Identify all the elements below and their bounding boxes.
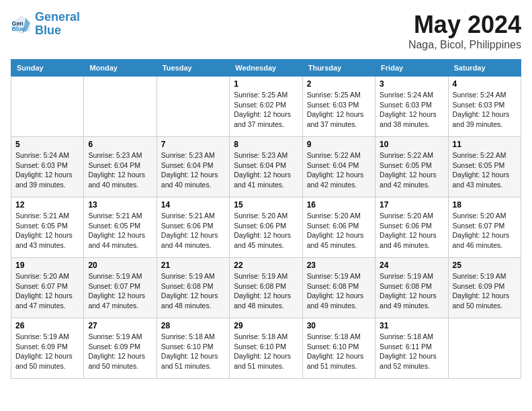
week-row-3: 12Sunrise: 5:21 AM Sunset: 6:05 PM Dayli…: [11, 197, 521, 258]
logo-text: GeneralBlue: [35, 11, 80, 38]
day-info: Sunrise: 5:18 AM Sunset: 6:10 PM Dayligh…: [161, 332, 225, 371]
day-number: 23: [307, 261, 371, 270]
day-number: 13: [88, 200, 152, 210]
day-number: 2: [307, 79, 371, 89]
day-info: Sunrise: 5:21 AM Sunset: 6:05 PM Dayligh…: [88, 211, 152, 250]
day-cell: 24Sunrise: 5:19 AM Sunset: 6:08 PM Dayli…: [375, 258, 448, 318]
day-number: 15: [234, 200, 298, 210]
day-cell: [448, 318, 521, 379]
day-number: 11: [453, 140, 517, 149]
svg-text:Blue: Blue: [12, 26, 25, 32]
day-info: Sunrise: 5:25 AM Sunset: 6:03 PM Dayligh…: [307, 90, 371, 130]
header-cell-sunday: Sunday: [11, 60, 84, 77]
day-number: 7: [161, 140, 225, 149]
subtitle: Naga, Bicol, Philippines: [408, 39, 521, 51]
day-number: 4: [453, 79, 517, 89]
day-number: 6: [88, 140, 152, 149]
day-cell: 7Sunrise: 5:23 AM Sunset: 6:04 PM Daylig…: [157, 137, 229, 197]
day-number: 30: [307, 321, 371, 330]
day-info: Sunrise: 5:19 AM Sunset: 6:07 PM Dayligh…: [88, 271, 152, 311]
day-cell: 23Sunrise: 5:19 AM Sunset: 6:08 PM Dayli…: [302, 258, 375, 318]
header-cell-thursday: Thursday: [302, 60, 375, 77]
day-info: Sunrise: 5:20 AM Sunset: 6:06 PM Dayligh…: [234, 211, 298, 250]
day-number: 16: [307, 200, 371, 210]
day-cell: 13Sunrise: 5:21 AM Sunset: 6:05 PM Dayli…: [84, 197, 157, 258]
day-cell: 26Sunrise: 5:19 AM Sunset: 6:09 PM Dayli…: [11, 318, 84, 379]
day-number: 8: [234, 140, 298, 149]
day-info: Sunrise: 5:22 AM Sunset: 6:05 PM Dayligh…: [453, 150, 517, 190]
day-cell: 25Sunrise: 5:19 AM Sunset: 6:09 PM Dayli…: [448, 258, 521, 318]
day-number: 9: [307, 140, 371, 149]
week-row-5: 26Sunrise: 5:19 AM Sunset: 6:09 PM Dayli…: [11, 318, 521, 379]
day-number: 3: [380, 79, 443, 89]
week-row-2: 5Sunrise: 5:24 AM Sunset: 6:03 PM Daylig…: [11, 137, 521, 197]
header-cell-monday: Monday: [84, 60, 157, 77]
calendar-table: SundayMondayTuesdayWednesdayThursdayFrid…: [11, 59, 521, 379]
week-row-1: 1Sunrise: 5:25 AM Sunset: 6:02 PM Daylig…: [11, 77, 521, 137]
day-cell: [157, 77, 229, 137]
day-cell: 20Sunrise: 5:19 AM Sunset: 6:07 PM Dayli…: [84, 258, 157, 318]
day-cell: 4Sunrise: 5:24 AM Sunset: 6:03 PM Daylig…: [448, 77, 521, 137]
day-cell: 2Sunrise: 5:25 AM Sunset: 6:03 PM Daylig…: [302, 77, 375, 137]
day-number: 26: [15, 321, 79, 330]
day-info: Sunrise: 5:22 AM Sunset: 6:04 PM Dayligh…: [307, 150, 371, 190]
day-info: Sunrise: 5:20 AM Sunset: 6:07 PM Dayligh…: [453, 211, 517, 250]
day-info: Sunrise: 5:18 AM Sunset: 6:10 PM Dayligh…: [307, 332, 371, 371]
day-number: 25: [453, 261, 517, 270]
day-info: Sunrise: 5:24 AM Sunset: 6:03 PM Dayligh…: [15, 150, 79, 190]
day-info: Sunrise: 5:24 AM Sunset: 6:03 PM Dayligh…: [453, 90, 517, 130]
day-cell: 16Sunrise: 5:20 AM Sunset: 6:06 PM Dayli…: [302, 197, 375, 258]
day-number: 29: [234, 321, 298, 330]
day-info: Sunrise: 5:19 AM Sunset: 6:09 PM Dayligh…: [88, 332, 152, 371]
day-cell: 22Sunrise: 5:19 AM Sunset: 6:08 PM Dayli…: [230, 258, 302, 318]
day-info: Sunrise: 5:23 AM Sunset: 6:04 PM Dayligh…: [88, 150, 152, 190]
day-cell: 29Sunrise: 5:18 AM Sunset: 6:10 PM Dayli…: [230, 318, 302, 379]
day-number: 24: [380, 261, 443, 270]
day-number: 21: [161, 261, 225, 270]
day-info: Sunrise: 5:19 AM Sunset: 6:09 PM Dayligh…: [15, 332, 79, 371]
day-number: 17: [380, 200, 443, 210]
week-row-4: 19Sunrise: 5:20 AM Sunset: 6:07 PM Dayli…: [11, 258, 521, 318]
day-cell: 10Sunrise: 5:22 AM Sunset: 6:05 PM Dayli…: [375, 137, 448, 197]
day-info: Sunrise: 5:19 AM Sunset: 6:08 PM Dayligh…: [234, 271, 298, 311]
day-number: 19: [15, 261, 79, 270]
logo-icon: Gen Blue: [11, 13, 32, 35]
day-number: 12: [15, 200, 79, 210]
day-info: Sunrise: 5:20 AM Sunset: 6:06 PM Dayligh…: [380, 211, 443, 250]
day-cell: [84, 77, 157, 137]
day-number: 5: [15, 140, 79, 149]
day-info: Sunrise: 5:24 AM Sunset: 6:03 PM Dayligh…: [380, 90, 443, 130]
day-cell: 6Sunrise: 5:23 AM Sunset: 6:04 PM Daylig…: [84, 137, 157, 197]
day-info: Sunrise: 5:23 AM Sunset: 6:04 PM Dayligh…: [234, 150, 298, 190]
day-cell: 17Sunrise: 5:20 AM Sunset: 6:06 PM Dayli…: [375, 197, 448, 258]
day-info: Sunrise: 5:19 AM Sunset: 6:08 PM Dayligh…: [307, 271, 371, 311]
day-cell: 18Sunrise: 5:20 AM Sunset: 6:07 PM Dayli…: [448, 197, 521, 258]
day-number: 1: [234, 79, 298, 89]
day-number: 27: [88, 321, 152, 330]
day-number: 10: [380, 140, 443, 149]
day-cell: 14Sunrise: 5:21 AM Sunset: 6:06 PM Dayli…: [157, 197, 229, 258]
header-cell-friday: Friday: [375, 60, 448, 77]
day-info: Sunrise: 5:21 AM Sunset: 6:06 PM Dayligh…: [161, 211, 225, 250]
main-title: May 2024: [408, 11, 521, 39]
day-number: 20: [88, 261, 152, 270]
day-info: Sunrise: 5:20 AM Sunset: 6:07 PM Dayligh…: [15, 271, 79, 311]
day-info: Sunrise: 5:23 AM Sunset: 6:04 PM Dayligh…: [161, 150, 225, 190]
day-cell: 5Sunrise: 5:24 AM Sunset: 6:03 PM Daylig…: [11, 137, 84, 197]
header-cell-tuesday: Tuesday: [157, 60, 229, 77]
day-cell: 11Sunrise: 5:22 AM Sunset: 6:05 PM Dayli…: [448, 137, 521, 197]
day-info: Sunrise: 5:20 AM Sunset: 6:06 PM Dayligh…: [307, 211, 371, 250]
day-number: 28: [161, 321, 225, 330]
day-cell: 19Sunrise: 5:20 AM Sunset: 6:07 PM Dayli…: [11, 258, 84, 318]
day-number: 14: [161, 200, 225, 210]
day-cell: 21Sunrise: 5:19 AM Sunset: 6:08 PM Dayli…: [157, 258, 229, 318]
header-cell-saturday: Saturday: [448, 60, 521, 77]
day-info: Sunrise: 5:18 AM Sunset: 6:11 PM Dayligh…: [380, 332, 443, 371]
day-cell: 9Sunrise: 5:22 AM Sunset: 6:04 PM Daylig…: [302, 137, 375, 197]
day-info: Sunrise: 5:19 AM Sunset: 6:08 PM Dayligh…: [380, 271, 443, 311]
day-info: Sunrise: 5:18 AM Sunset: 6:10 PM Dayligh…: [234, 332, 298, 371]
day-cell: 30Sunrise: 5:18 AM Sunset: 6:10 PM Dayli…: [302, 318, 375, 379]
day-info: Sunrise: 5:25 AM Sunset: 6:02 PM Dayligh…: [234, 90, 298, 130]
header-row: SundayMondayTuesdayWednesdayThursdayFrid…: [11, 60, 521, 77]
day-number: 18: [453, 200, 517, 210]
